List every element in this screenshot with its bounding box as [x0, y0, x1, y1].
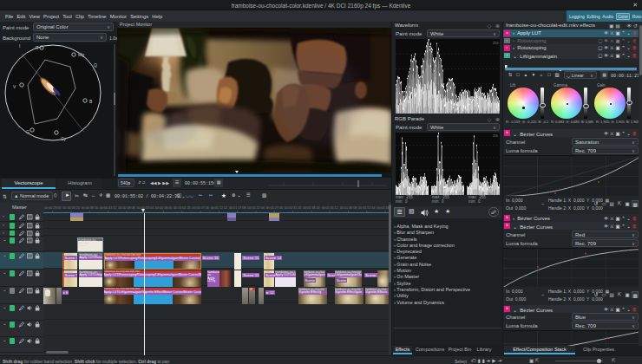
- svg-text:00:00:38:16: 00:00:38:16: [82, 206, 98, 210]
- svg-text:Mg: Mg: [78, 52, 84, 57]
- svg-text:00:01:12:12: 00:01:12:12: [211, 206, 227, 210]
- svg-text:00:01:46:08: 00:01:46:08: [340, 206, 357, 210]
- svg-text:00:01:27:00: 00:01:27:00: [266, 206, 283, 210]
- svg-text:00:00:33:20: 00:00:33:20: [62, 206, 79, 210]
- svg-text:Q: Q: [94, 62, 97, 68]
- svg-text:00:00:43:12: 00:00:43:12: [100, 206, 116, 210]
- svg-text:00:01:41:12: 00:01:41:12: [321, 206, 337, 210]
- svg-text:00:01:07:16: 00:01:07:16: [192, 206, 208, 210]
- svg-text:00:00:53:04: 00:00:53:04: [136, 206, 153, 210]
- svg-text:00:00:58:00: 00:00:58:00: [155, 206, 172, 210]
- svg-text:G: G: [26, 129, 29, 134]
- svg-text:Cy: Cy: [61, 136, 67, 141]
- svg-text:00:00:48:08: 00:00:48:08: [118, 206, 134, 210]
- svg-text:00:01:17:08: 00:01:17:08: [229, 206, 246, 210]
- svg-text:00:01:22:04: 00:01:22:04: [247, 206, 264, 210]
- svg-text:00:01:36:16: 00:01:36:16: [303, 206, 319, 210]
- svg-text:255: 255: [493, 134, 498, 138]
- svg-text:00:01:51:04: 00:01:51:04: [358, 206, 375, 210]
- svg-text:I: I: [19, 43, 20, 49]
- svg-text:255: 255: [493, 41, 499, 45]
- svg-text:00:01:56:00: 00:01:56:00: [377, 206, 389, 210]
- svg-text:R: R: [36, 45, 39, 50]
- svg-text:00:00:29:00: 00:00:29:00: [44, 206, 61, 210]
- svg-text:00:01:02:20: 00:01:02:20: [174, 206, 190, 210]
- svg-text:00:01:31:20: 00:01:31:20: [285, 206, 301, 210]
